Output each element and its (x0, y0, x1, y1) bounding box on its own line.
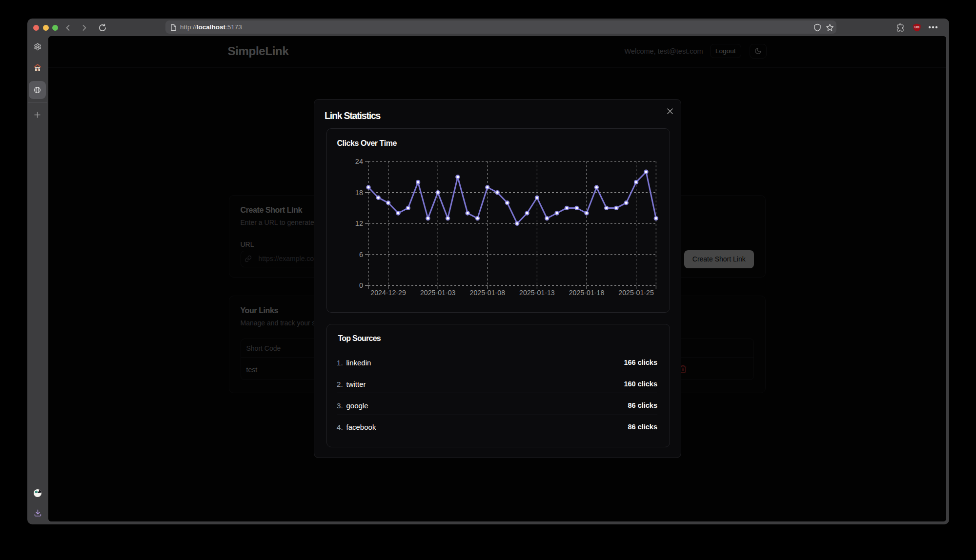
svg-text:2025-01-25: 2025-01-25 (618, 289, 654, 297)
svg-text:2025-01-13: 2025-01-13 (519, 289, 555, 297)
svg-text:24: 24 (355, 158, 363, 165)
svg-text:0: 0 (359, 281, 363, 289)
svg-text:2025-01-03: 2025-01-03 (420, 289, 456, 297)
svg-text:2024-12-29: 2024-12-29 (370, 289, 406, 297)
svg-text:18: 18 (355, 189, 363, 197)
svg-text:2025-01-18: 2025-01-18 (569, 289, 605, 297)
svg-text:2025-01-08: 2025-01-08 (470, 289, 506, 297)
svg-text:UO: UO (915, 25, 919, 29)
svg-text:12: 12 (355, 220, 363, 227)
svg-text:6: 6 (359, 251, 363, 259)
